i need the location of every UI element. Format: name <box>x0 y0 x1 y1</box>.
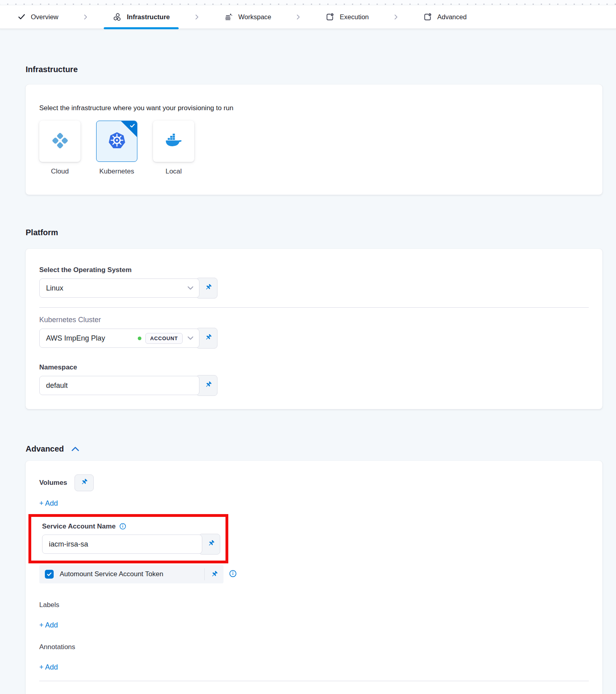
option-tile-cloud[interactable] <box>39 121 81 162</box>
canvas-dots-strip <box>0 0 616 5</box>
option-tile-local[interactable] <box>153 121 194 162</box>
advanced-section-heading: Advanced <box>26 444 602 454</box>
scope-tag: ACCOUNT <box>145 333 183 344</box>
infrastructure-section-heading: Infrastructure <box>26 65 602 74</box>
automount-pin-button[interactable] <box>210 570 219 579</box>
platform-section-heading: Platform <box>26 228 602 237</box>
pin-icon <box>207 539 215 549</box>
os-field: Linux <box>39 278 589 299</box>
pin-icon <box>80 478 89 488</box>
chevron-down-icon <box>187 286 193 290</box>
automount-checkbox-label: Automount Service Account Token <box>60 570 204 578</box>
cluster-select-value: AWS ImpEng Play <box>46 334 138 343</box>
automount-token-row: Automount Service Account Token <box>39 565 223 583</box>
chevron-right-icon <box>294 13 302 21</box>
check-icon <box>18 13 26 21</box>
tab-advanced[interactable]: Advanced <box>411 5 479 28</box>
tab-label: Overview <box>31 13 58 21</box>
infrastructure-description: Select the infrastructure where you want… <box>39 104 589 113</box>
add-label-button[interactable]: + Add <box>39 621 58 629</box>
tab-execution[interactable]: Execution <box>313 5 380 28</box>
option-tile-kubernetes[interactable] <box>96 121 137 162</box>
annotation-highlight-box: Service Account Name <box>28 514 228 563</box>
volumes-pin-button[interactable] <box>74 474 94 491</box>
service-account-name-label-row: Service Account Name <box>42 522 225 531</box>
os-field-label: Select the Operating System <box>39 266 589 274</box>
annotations-label: Annotations <box>39 643 589 651</box>
collapse-chevron-up-icon[interactable] <box>71 444 79 454</box>
tab-label: Infrastructure <box>127 13 170 21</box>
pin-icon <box>204 283 213 293</box>
hexagons-icon <box>113 12 122 22</box>
volumes-label: Volumes <box>39 479 67 487</box>
tab-overview[interactable]: Overview <box>6 5 70 28</box>
chevron-down-icon <box>187 336 193 340</box>
info-icon[interactable] <box>229 570 237 577</box>
selected-check-icon <box>129 123 135 130</box>
advanced-heading-text: Advanced <box>26 444 64 454</box>
add-volume-button[interactable]: + Add <box>39 499 58 508</box>
cluster-field-label: Kubernetes Cluster <box>39 316 589 324</box>
os-select[interactable]: Linux <box>39 278 199 298</box>
cluster-field: AWS ImpEng Play ACCOUNT <box>39 328 589 349</box>
service-account-name-input[interactable] <box>42 535 202 554</box>
tab-label: Workspace <box>238 13 271 21</box>
option-label-local: Local <box>153 167 194 176</box>
option-label-kubernetes: Kubernetes <box>96 167 137 176</box>
execution-gear-icon <box>325 12 334 22</box>
infrastructure-options <box>39 121 589 162</box>
cloud-icon <box>51 131 69 151</box>
service-account-name-field <box>42 534 225 555</box>
service-account-name-label: Service Account Name <box>42 522 116 531</box>
docker-icon <box>164 131 183 152</box>
advanced-card: Volumes + Add Service Account Name <box>26 461 602 694</box>
chevron-right-icon <box>193 13 201 21</box>
infrastructure-card: Select the infrastructure where you want… <box>26 85 602 195</box>
namespace-input[interactable] <box>39 376 199 395</box>
connector-status-dot <box>138 337 141 340</box>
field-divider <box>39 307 589 308</box>
workspace-stack-icon <box>224 12 233 22</box>
wizard-tabbar: Overview Infrastructure Workspace <box>0 5 616 29</box>
chevron-right-icon <box>392 13 400 21</box>
namespace-field <box>39 375 589 396</box>
info-icon[interactable] <box>119 523 126 530</box>
tab-infrastructure[interactable]: Infrastructure <box>101 5 182 28</box>
chevron-right-icon <box>82 13 89 21</box>
pin-icon <box>204 333 213 343</box>
tab-workspace[interactable]: Workspace <box>212 5 283 28</box>
section-divider <box>39 681 589 681</box>
row-divider <box>204 568 205 580</box>
tab-label: Advanced <box>437 13 467 21</box>
cluster-select[interactable]: AWS ImpEng Play ACCOUNT <box>39 329 199 348</box>
pin-icon <box>204 380 213 391</box>
option-label-cloud: Cloud <box>39 167 81 176</box>
add-annotation-button[interactable]: + Add <box>39 663 58 672</box>
tab-label: Execution <box>340 13 368 21</box>
os-select-value: Linux <box>46 284 187 293</box>
automount-checkbox[interactable] <box>45 570 54 579</box>
labels-label: Labels <box>39 601 589 609</box>
infrastructure-option-labels: Cloud Kubernetes Local <box>39 167 589 176</box>
namespace-field-label: Namespace <box>39 363 589 371</box>
advanced-gear-icon <box>423 12 432 22</box>
platform-card: Select the Operating System Linux Kubern… <box>26 249 602 409</box>
